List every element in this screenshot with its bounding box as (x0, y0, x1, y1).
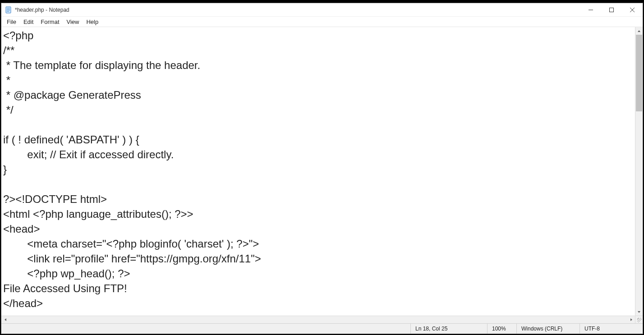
scrollbar-corner (635, 316, 643, 323)
scroll-right-arrow-icon[interactable] (627, 316, 635, 323)
statusbar: Ln 18, Col 25 100% Windows (CRLF) UTF-8 (1, 323, 643, 334)
maximize-button[interactable] (601, 3, 622, 16)
status-cursor-position: Ln 18, Col 25 (410, 324, 487, 334)
svg-rect-0 (6, 7, 11, 13)
menu-format[interactable]: Format (37, 18, 63, 26)
scroll-left-arrow-icon[interactable] (1, 316, 9, 323)
svg-marker-12 (630, 318, 632, 321)
vertical-scrollbar[interactable] (635, 27, 643, 316)
scroll-down-arrow-icon[interactable] (635, 308, 643, 316)
menu-edit[interactable]: Edit (20, 18, 37, 26)
vertical-scroll-track[interactable] (635, 35, 643, 308)
window-title: *header.php - Notepad (15, 7, 69, 13)
resize-grip-icon[interactable] (637, 318, 642, 322)
svg-marker-11 (5, 318, 6, 321)
menu-view[interactable]: View (63, 18, 83, 26)
svg-rect-6 (610, 8, 614, 12)
menu-file[interactable]: File (3, 18, 20, 26)
status-encoding: UTF-8 (580, 324, 643, 334)
svg-marker-9 (638, 30, 640, 32)
status-spacer (1, 324, 410, 334)
scroll-up-arrow-icon[interactable] (635, 27, 643, 35)
status-zoom: 100% (487, 324, 516, 334)
notepad-window: *header.php - Notepad File Edit Format V… (1, 3, 643, 334)
close-button[interactable] (622, 3, 643, 16)
menu-help[interactable]: Help (83, 18, 102, 26)
vertical-scroll-thumb[interactable] (636, 35, 642, 111)
editor-area: <?php /** * The template for displaying … (1, 27, 643, 323)
horizontal-scrollbar[interactable] (1, 316, 635, 323)
text-editor[interactable]: <?php /** * The template for displaying … (1, 27, 635, 316)
menubar: File Edit Format View Help (1, 17, 643, 27)
notepad-icon (5, 6, 12, 14)
status-line-ending: Windows (CRLF) (516, 324, 580, 334)
svg-marker-10 (638, 311, 640, 313)
titlebar[interactable]: *header.php - Notepad (1, 3, 643, 17)
minimize-button[interactable] (580, 3, 601, 16)
window-controls (580, 3, 643, 16)
